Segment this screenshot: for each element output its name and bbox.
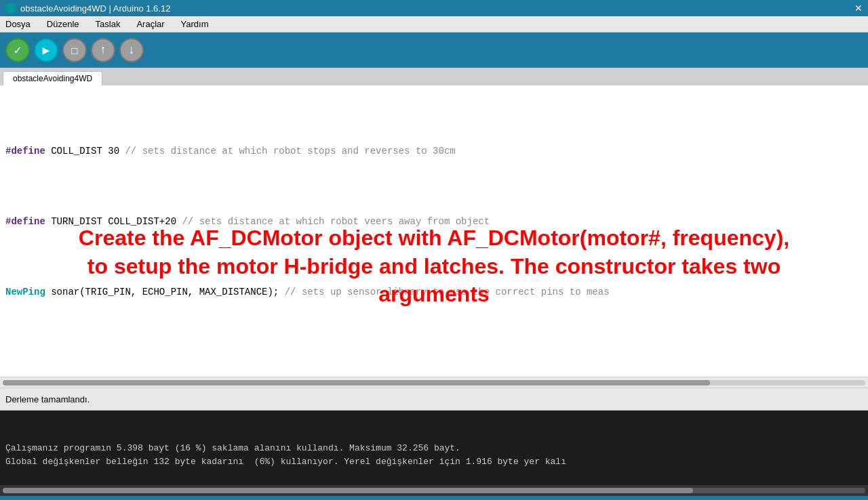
code-area[interactable]: #define COLL_DIST 30 // sets distance at… [0, 85, 868, 377]
console-scrollbar-track [3, 488, 865, 493]
open-button[interactable]: ↑ [91, 38, 115, 62]
editor-horizontal-scrollbar[interactable] [0, 377, 868, 388]
bottom-status-bar: ln 47 Arduino/Genuino Uno [0, 496, 868, 500]
window-close-button[interactable]: ✕ [854, 3, 863, 14]
scrollbar-thumb[interactable] [3, 380, 710, 386]
scrollbar-track [3, 380, 865, 386]
new-button[interactable]: ☐ [62, 38, 87, 62]
menu-dosya[interactable]: Dosya [3, 18, 33, 30]
status-message: Derleme tamamlandı. [5, 394, 90, 404]
code-editor[interactable]: #define COLL_DIST 30 // sets distance at… [0, 85, 868, 377]
title-bar: obstacleAvoiding4WD | Arduino 1.6.12 ✕ [0, 0, 868, 16]
window-title: obstacleAvoiding4WD | Arduino 1.6.12 [20, 3, 170, 14]
code-line-3: NewPing sonar(TRIG_PIN, ECHO_PIN, MAX_DI… [5, 283, 863, 301]
toolbar: ✓ ▶ ☐ ↑ ↓ [0, 33, 868, 68]
code-line-2: #define TURN_DIST COLL_DIST+20 // sets d… [5, 213, 863, 230]
console-output: Çalışmanız programın 5.398 bayt (16 %) s… [0, 411, 868, 485]
console-line-1 [5, 430, 11, 440]
console-line-3: Global değişkenler belleğin 132 byte kad… [5, 457, 566, 467]
console-horizontal-scrollbar[interactable] [0, 485, 868, 496]
menu-bar: Dosya Düzenle Taslak Araçlar Yardım [0, 16, 868, 33]
verify-button[interactable]: ✓ [5, 38, 30, 62]
upload-button[interactable]: ▶ [34, 38, 58, 62]
status-bar: Derleme tamamlandı. [0, 388, 868, 411]
titlebar-left: obstacleAvoiding4WD | Arduino 1.6.12 [5, 3, 170, 14]
menu-araclar[interactable]: Araçlar [134, 18, 167, 30]
menu-taslak[interactable]: Taslak [93, 18, 123, 30]
console-scrollbar-thumb[interactable] [3, 488, 693, 493]
tab-bar: obstacleAvoiding4WD [0, 68, 868, 85]
menu-duzenle[interactable]: Düzenle [44, 18, 82, 30]
code-line-4 [5, 354, 863, 371]
console-line-2: Çalışmanız programın 5.398 bayt (16 %) s… [5, 443, 460, 453]
code-line-1: #define COLL_DIST 30 // sets distance at… [5, 142, 863, 160]
tab-obstacle[interactable]: obstacleAvoiding4WD [3, 71, 102, 85]
save-button[interactable]: ↓ [119, 38, 144, 62]
app-icon [5, 3, 16, 14]
menu-yardim[interactable]: Yardım [178, 18, 212, 30]
